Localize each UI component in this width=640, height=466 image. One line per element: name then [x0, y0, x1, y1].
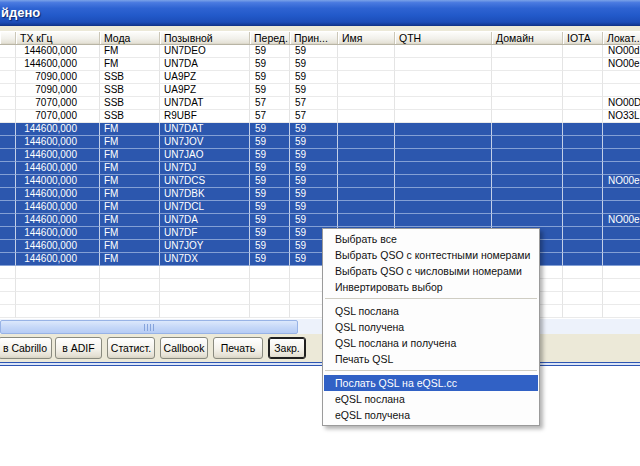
cell-tx: 144600,000 [16, 136, 100, 149]
cell-name [338, 149, 395, 162]
horizontal-scrollbar[interactable] [0, 318, 640, 334]
cell-tx: 144600,000 [16, 227, 100, 240]
column-header-tx[interactable]: ТХ кГц [16, 32, 100, 45]
button-закр-[interactable]: Закр. [268, 337, 306, 359]
cell-mode [100, 279, 160, 292]
cell-tx [16, 279, 100, 292]
cell-rownum [0, 227, 16, 240]
button-в-cabrillo[interactable]: в Cabrillo [0, 337, 52, 359]
cell-qth [395, 214, 492, 227]
cell-iota [563, 175, 603, 188]
table-row[interactable]: 144600,000FMUN7DCL5959 [0, 201, 640, 214]
table-row[interactable]: 144600,000FMUN7DA5959NO00e [0, 214, 640, 227]
cell-loc [603, 123, 640, 136]
cell-sent [250, 266, 290, 279]
cell-qth [395, 45, 492, 58]
table-row[interactable]: 144600,000FMUN7JAO5959 [0, 149, 640, 162]
cell-call: UA9PZ [160, 84, 250, 97]
menu-item-qsl-послана-и-получена[interactable]: QSL послана и получена [323, 335, 539, 351]
table-row[interactable]: 144600,000FMUN7DJ5959 [0, 162, 640, 175]
cell-mode: FM [100, 58, 160, 71]
menu-item-выбрать-qso-с-контестными-номерами[interactable]: Выбрать QSO с контестными номерами [323, 247, 539, 263]
window-titlebar[interactable]: йдено [0, 0, 640, 26]
cell-iota [563, 136, 603, 149]
table-row[interactable]: 7070,000SSBUN7DAT5757NO00D [0, 97, 640, 110]
cell-tx: 144600,000 [16, 58, 100, 71]
cell-mode: FM [100, 45, 160, 58]
table-row[interactable]: 144600,000FMUN7DEO5959NO00d [0, 45, 640, 58]
cell-call: UN7DA [160, 214, 250, 227]
menu-item-eqsl-получена[interactable]: eQSL получена [323, 407, 539, 423]
table-row[interactable]: 144600,000FMUN7DBK5959 [0, 188, 640, 201]
table-row[interactable]: 7070,000SSBR9UBF5757NO33L [0, 110, 640, 123]
cell-rownum [0, 279, 16, 292]
cell-loc: NO00d [603, 45, 640, 58]
cell-tx: 7070,000 [16, 97, 100, 110]
column-header-qth[interactable]: QTH [395, 32, 492, 45]
table-row[interactable]: 144000,000FMUN7DCS5959NO00e [0, 175, 640, 188]
cell-tx [16, 266, 100, 279]
column-header-domain[interactable]: Домайн [492, 32, 563, 45]
context-menu: Выбрать всеВыбрать QSO с контестными ном… [322, 228, 540, 426]
cell-rownum [0, 201, 16, 214]
table-row[interactable]: 7090,000SSBUA9PZ5959 [0, 71, 640, 84]
menu-item-qsl-послана[interactable]: QSL послана [323, 303, 539, 319]
cell-mode: FM [100, 136, 160, 149]
cell-iota [563, 305, 603, 318]
menu-item-выбрать-все[interactable]: Выбрать все [323, 231, 539, 247]
cell-qth [395, 188, 492, 201]
cell-iota [563, 279, 603, 292]
column-header-call[interactable]: Позывной [160, 32, 250, 45]
table-row[interactable]: 144600,000FMUN7DA5959NO00e [0, 58, 640, 71]
cell-name [338, 71, 395, 84]
cell-call: UN7DJ [160, 162, 250, 175]
menu-item-выбрать-qso-с-числовыми-номерами[interactable]: Выбрать QSO с числовыми номерами [323, 263, 539, 279]
cell-sent: 57 [250, 97, 290, 110]
button-callbook[interactable]: Callbook [160, 337, 208, 359]
cell-rcvd: 59 [290, 58, 338, 71]
cell-rownum [0, 253, 16, 266]
menu-item-инвертировать-выбор[interactable]: Инвертировать выбор [323, 279, 539, 295]
cell-tx: 144600,000 [16, 188, 100, 201]
button-в-adif[interactable]: в ADIF [55, 337, 102, 359]
cell-name [338, 110, 395, 123]
button-статист-[interactable]: Статист. [107, 337, 155, 359]
table-row[interactable]: 144600,000FMUN7DF5959 [0, 227, 640, 240]
cell-name [338, 58, 395, 71]
table-empty-row [0, 266, 640, 279]
cell-rcvd: 59 [290, 162, 338, 175]
menu-item-печать-qsl[interactable]: Печать QSL [323, 351, 539, 367]
cell-loc [603, 136, 640, 149]
table-row[interactable]: 144600,000FMUN7DAT5959 [0, 123, 640, 136]
column-header-mode[interactable]: Мода [100, 32, 160, 45]
menu-item-eqsl-послана[interactable]: eQSL послана [323, 391, 539, 407]
cell-sent: 59 [250, 45, 290, 58]
menu-item-qsl-получена[interactable]: QSL получена [323, 319, 539, 335]
column-header-loc[interactable]: Локат... [603, 32, 640, 45]
cell-loc: NO33L [603, 110, 640, 123]
cell-name [338, 97, 395, 110]
cell-loc [603, 162, 640, 175]
menu-item-послать-qsl-на-eqsl-cc[interactable]: Послать QSL на eQSL.cc [324, 375, 538, 391]
column-header-name[interactable]: Имя [338, 32, 395, 45]
column-header-rcvd[interactable]: Прин... [290, 32, 338, 45]
cell-domain [492, 97, 563, 110]
table-header: ТХ кГцМодаПозывнойПеред.Прин...ИмяQTHДом… [0, 31, 640, 45]
cell-name [338, 214, 395, 227]
cell-loc [603, 227, 640, 240]
cell-rcvd: 59 [290, 188, 338, 201]
cell-sent: 59 [250, 175, 290, 188]
cell-rownum [0, 71, 16, 84]
table-row[interactable]: 144600,000FMUN7DX5959 [0, 253, 640, 266]
column-header-rownum[interactable] [0, 32, 16, 45]
column-header-sent[interactable]: Перед. [250, 32, 290, 45]
column-header-iota[interactable]: IOTA [563, 32, 603, 45]
scrollbar-thumb[interactable] [0, 320, 298, 334]
table-row[interactable]: 144600,000FMUN7JOV5959 [0, 136, 640, 149]
table-row[interactable]: 144600,000FMUN7JOY5959 [0, 240, 640, 253]
cell-rcvd: 59 [290, 175, 338, 188]
cell-iota [563, 71, 603, 84]
table-row[interactable]: 7090,000SSBUA9PZ5959 [0, 84, 640, 97]
cell-name [338, 84, 395, 97]
button-печать[interactable]: Печать [213, 337, 263, 359]
